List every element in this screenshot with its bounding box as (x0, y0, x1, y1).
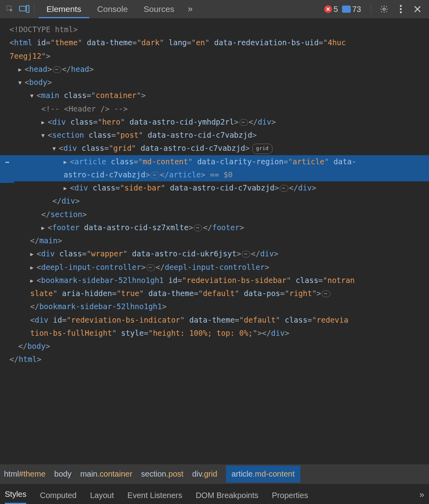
devtools-toolbar: ElementsConsoleSources » ✕ 5 73 (0, 0, 429, 18)
ellipsis-icon[interactable]: ⋯ (151, 172, 159, 179)
bookmark-close[interactable]: </bookmark-sidebar-52lhno1gh1> (0, 300, 429, 313)
ellipsis-icon[interactable]: ⋯ (53, 66, 61, 73)
svg-rect-1 (19, 6, 26, 11)
ellipsis-icon[interactable]: ⋯ (194, 225, 202, 231)
breadcrumb-item[interactable]: main.container (80, 469, 132, 479)
breadcrumb-item[interactable]: body (54, 469, 72, 479)
footer-line[interactable]: ▶<footer data-astro-cid-sz7xmlte>⋯</foot… (0, 221, 429, 234)
breadcrumb-item[interactable]: article.md-content (226, 466, 300, 483)
html-open[interactable]: <html id="theme" data-theme="dark" lang=… (0, 36, 429, 49)
ellipsis-icon[interactable]: ⋯ (322, 290, 330, 297)
body-close[interactable]: </body> (0, 340, 429, 353)
more-subtabs-icon[interactable]: » (419, 490, 424, 504)
grid-badge[interactable]: grid (252, 144, 272, 154)
breadcrumb-item[interactable]: div.grid (192, 469, 217, 479)
issues-count[interactable]: 73 (342, 5, 361, 14)
gutter-more-icon[interactable]: ⋯ (0, 155, 14, 183)
ellipsis-icon[interactable]: ⋯ (147, 264, 155, 271)
more-tabs-icon[interactable]: » (182, 4, 198, 14)
section-open[interactable]: ▼<section class="post" data-astro-cid-c7… (0, 129, 429, 142)
separator (34, 4, 35, 14)
hero-line[interactable]: ▶<div class="hero" data-astro-cid-ymhdp2… (0, 115, 429, 129)
breadcrumb-item[interactable]: section.post (141, 469, 184, 479)
ellipsis-icon[interactable]: ⋯ (242, 251, 250, 258)
sidebar-line[interactable]: ▶<div class="side-bar" data-astro-cid-c7… (0, 181, 429, 194)
settings-icon[interactable] (378, 3, 390, 15)
breadcrumb-item[interactable]: html#theme (4, 469, 46, 479)
html-close[interactable]: </html> (0, 353, 429, 366)
selected-node-row[interactable]: ⋯ ▶<article class="md-content" data-clar… (0, 155, 429, 182)
tab-console[interactable]: Console (89, 0, 136, 18)
bookmark-cont[interactable]: slate" aria-hidden="true" data-theme="de… (0, 287, 429, 300)
tab-elements[interactable]: Elements (39, 0, 89, 18)
indicator-cont[interactable]: tion-bs-fullHeight" style="height: 100%;… (0, 327, 429, 340)
grid-close[interactable]: </div> (0, 194, 429, 208)
styles-subtab-bar: StylesComputedLayoutEvent ListenersDOM B… (0, 483, 429, 504)
subtab-layout[interactable]: Layout (90, 491, 114, 504)
subtab-properties[interactable]: Properties (272, 491, 308, 504)
inspect-icon[interactable] (3, 2, 17, 16)
subtab-styles[interactable]: Styles (5, 490, 26, 504)
main-open[interactable]: ▼<main class="container"> (0, 89, 429, 102)
wrapper-line[interactable]: ▶<div class="wrapper" data-astro-cid-ukr… (0, 247, 429, 260)
subtab-dom-breakpoints[interactable]: DOM Breakpoints (196, 491, 259, 504)
header-comment[interactable]: <!-- <Header /> --> (0, 102, 429, 115)
grid-open[interactable]: ▼<div class="grid" data-astro-cid-c7vabz… (0, 142, 429, 155)
deepl-line[interactable]: ▶<deepl-input-controller>⋯</deepl-input-… (0, 261, 429, 274)
bookmark-open[interactable]: ▶<bookmark-sidebar-52lhno1gh1 id="redevi… (0, 274, 429, 287)
error-icon: ✕ (324, 5, 332, 13)
close-icon[interactable] (412, 3, 423, 15)
svg-point-6 (400, 12, 402, 13)
svg-point-4 (400, 5, 402, 7)
head-line[interactable]: ▶<head>⋯</head> (0, 63, 429, 76)
tab-sources[interactable]: Sources (136, 0, 182, 18)
subtab-computed[interactable]: Computed (40, 491, 76, 504)
ellipsis-icon[interactable]: ⋯ (240, 119, 248, 126)
issues-icon (342, 6, 351, 13)
elements-tree[interactable]: <!DOCTYPE html> <html id="theme" data-th… (0, 18, 429, 464)
html-open-cont[interactable]: 7eegj12"> (0, 50, 429, 63)
breadcrumb-bar: html#themebodymain.containersection.post… (0, 464, 429, 483)
doctype-line[interactable]: <!DOCTYPE html> (0, 23, 429, 36)
svg-rect-2 (27, 6, 29, 13)
svg-point-5 (400, 8, 402, 10)
separator (371, 4, 371, 14)
section-close[interactable]: </section> (0, 208, 429, 221)
body-open[interactable]: ▼<body> (0, 76, 429, 89)
main-close[interactable]: </main> (0, 234, 429, 247)
more-menu-icon[interactable] (395, 3, 407, 15)
indicator-open[interactable]: <div id="redeviation-bs-indicator" data-… (0, 314, 429, 327)
svg-point-3 (383, 8, 385, 10)
device-toggle-icon[interactable] (17, 2, 31, 16)
subtab-event-listeners[interactable]: Event Listeners (128, 491, 182, 504)
error-count[interactable]: ✕ 5 (324, 5, 338, 14)
ellipsis-icon[interactable]: ⋯ (280, 185, 288, 192)
